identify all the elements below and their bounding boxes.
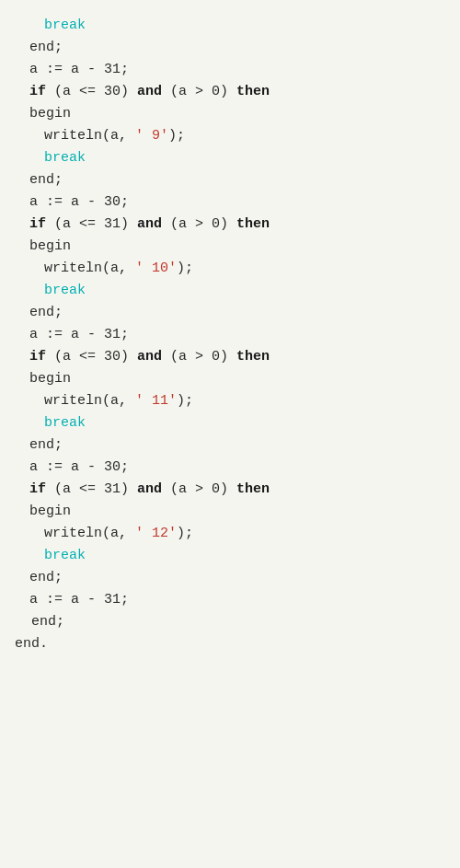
code-token: begin bbox=[29, 501, 71, 523]
code-line: end; bbox=[0, 434, 460, 457]
code-token: end; bbox=[29, 302, 63, 324]
code-token: a := a - 30; bbox=[29, 191, 129, 214]
code-token: ); bbox=[177, 258, 193, 280]
code-line: a := a - 30; bbox=[0, 191, 460, 214]
code-token: break bbox=[44, 15, 86, 37]
code-token: (a <= 30) bbox=[46, 81, 137, 103]
code-line: a := a - 31; bbox=[0, 59, 460, 81]
code-line: writeln(a, ' 12'); bbox=[0, 523, 460, 545]
code-token: (a > 0) bbox=[162, 479, 236, 501]
code-token: ); bbox=[177, 390, 193, 412]
code-token: writeln(a, bbox=[44, 125, 135, 147]
code-line: if (a <= 31) and (a > 0) then bbox=[0, 214, 460, 236]
code-line: writeln(a, ' 11'); bbox=[0, 390, 460, 412]
code-line: end; bbox=[0, 37, 460, 59]
code-token: ' 9' bbox=[135, 125, 168, 147]
code-token: and bbox=[137, 346, 162, 368]
code-token: writeln(a, bbox=[44, 523, 135, 545]
code-container: breakend;a := a - 31;if (a <= 30) and (a… bbox=[0, 11, 460, 659]
code-line: end. bbox=[0, 633, 460, 655]
code-token: if bbox=[29, 214, 46, 236]
code-token: writeln(a, bbox=[44, 390, 135, 412]
code-line: begin bbox=[0, 501, 460, 523]
code-token: then bbox=[236, 81, 270, 103]
code-token: if bbox=[29, 346, 46, 368]
code-token: a := a - 31; bbox=[29, 324, 129, 346]
code-line: writeln(a, ' 10'); bbox=[0, 258, 460, 280]
code-token: a := a - 31; bbox=[29, 589, 129, 611]
code-token: writeln(a, bbox=[44, 258, 135, 280]
code-line: a := a - 31; bbox=[0, 324, 460, 346]
code-line: break bbox=[0, 412, 460, 434]
code-line: end; bbox=[0, 302, 460, 324]
code-line: writeln(a, ' 9'); bbox=[0, 125, 460, 147]
code-token: end; bbox=[15, 611, 64, 633]
code-token: (a > 0) bbox=[162, 214, 236, 236]
code-token: a := a - 30; bbox=[29, 457, 129, 479]
code-line: break bbox=[0, 15, 460, 37]
code-token: ' 11' bbox=[135, 390, 177, 412]
code-token: break bbox=[44, 412, 86, 434]
code-token: (a <= 31) bbox=[46, 214, 137, 236]
code-token: then bbox=[236, 479, 270, 501]
code-line: if (a <= 30) and (a > 0) then bbox=[0, 81, 460, 103]
code-token: ' 12' bbox=[135, 523, 177, 545]
code-token: (a <= 31) bbox=[46, 479, 137, 501]
code-token: end; bbox=[29, 169, 63, 191]
code-line: begin bbox=[0, 368, 460, 390]
code-token: and bbox=[137, 479, 162, 501]
code-line: if (a <= 30) and (a > 0) then bbox=[0, 346, 460, 368]
code-token: begin bbox=[29, 103, 71, 125]
code-token: if bbox=[29, 479, 46, 501]
code-token: end; bbox=[29, 37, 63, 59]
code-line: end; bbox=[0, 611, 460, 633]
code-line: break bbox=[0, 147, 460, 169]
code-token: then bbox=[236, 346, 270, 368]
code-token: and bbox=[137, 81, 162, 103]
code-token: if bbox=[29, 81, 46, 103]
code-token: begin bbox=[29, 368, 71, 390]
code-token: (a > 0) bbox=[162, 81, 236, 103]
code-line: if (a <= 31) and (a > 0) then bbox=[0, 479, 460, 501]
code-token: end. bbox=[15, 633, 48, 655]
code-token: (a > 0) bbox=[162, 346, 236, 368]
code-line: break bbox=[0, 545, 460, 567]
code-line: break bbox=[0, 280, 460, 302]
code-line: begin bbox=[0, 103, 460, 125]
code-line: begin bbox=[0, 236, 460, 258]
code-token: and bbox=[137, 214, 162, 236]
code-token: ); bbox=[168, 125, 185, 147]
code-line: end; bbox=[0, 567, 460, 589]
code-token: break bbox=[44, 280, 86, 302]
code-token: begin bbox=[29, 236, 71, 258]
code-token: break bbox=[44, 545, 86, 567]
code-token: ); bbox=[177, 523, 193, 545]
code-token: break bbox=[44, 147, 86, 169]
code-token: then bbox=[236, 214, 270, 236]
code-line: a := a - 31; bbox=[0, 589, 460, 611]
code-token: (a <= 30) bbox=[46, 346, 137, 368]
code-token: end; bbox=[29, 434, 63, 457]
code-token: a := a - 31; bbox=[29, 59, 129, 81]
code-token: end; bbox=[29, 567, 63, 589]
code-token: ' 10' bbox=[135, 258, 177, 280]
code-line: a := a - 30; bbox=[0, 457, 460, 479]
code-line: end; bbox=[0, 169, 460, 191]
